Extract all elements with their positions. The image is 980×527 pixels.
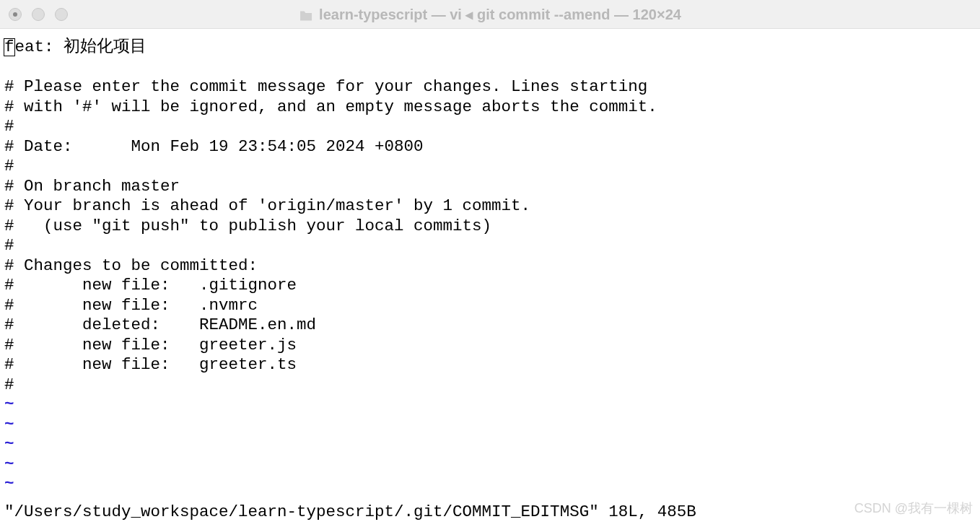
editor-line: # [4,375,14,394]
window-title: learn-typescript — vi ◂ git commit --ame… [319,6,681,23]
empty-line-tilde: ~ [4,455,14,474]
editor-line: # [4,157,14,175]
editor-line: # with '#' will be ignored, and an empty… [4,97,657,116]
window-titlebar: learn-typescript — vi ◂ git commit --ame… [0,0,980,29]
empty-line-tilde: ~ [4,395,14,414]
traffic-lights [9,8,68,21]
watermark: CSDN @我有一棵树 [854,500,973,517]
editor-line: # Please enter the commit message for yo… [4,77,647,96]
empty-line-tilde: ~ [4,415,14,434]
folder-icon [299,9,313,20]
editor-line: # Changes to be committed: [4,256,258,275]
editor-line: # Your branch is ahead of 'origin/master… [4,196,530,215]
window-title-wrap: learn-typescript — vi ◂ git commit --ame… [299,6,681,23]
commit-message-rest: eat: 初始化项目 [15,38,147,56]
terminal-content[interactable]: feat: 初始化项目 # Please enter the commit me… [0,29,980,503]
empty-line-tilde: ~ [4,435,14,453]
maximize-button[interactable] [55,8,68,21]
editor-line: # new file: .gitignore [4,276,297,295]
close-button[interactable] [9,8,22,21]
commit-message-line: feat: 初始化项目 [4,38,146,56]
editor-line: # Date: Mon Feb 19 23:54:05 2024 +0800 [4,137,424,156]
editor-line: # new file: greeter.ts [4,355,297,374]
empty-line-tilde: ~ [4,474,14,493]
cursor: f [4,38,15,56]
editor-line: # new file: .nvmrc [4,296,258,315]
minimize-button[interactable] [32,8,45,21]
editor-line: # [4,236,14,255]
editor-line: # new file: greeter.js [4,336,297,354]
vi-status-line: "/Users/study_workspace/learn-typescript… [4,502,696,521]
editor-line: # On branch master [4,177,180,196]
editor-line: # (use "git push" to publish your local … [4,217,491,235]
editor-line: # [4,117,14,136]
editor-line: # deleted: README.en.md [4,315,316,334]
